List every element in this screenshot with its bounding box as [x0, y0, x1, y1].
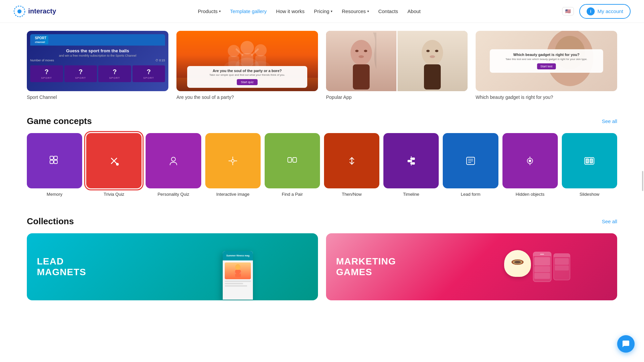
collection-marketing-games[interactable]: MARKETINGGAMES: [326, 233, 617, 300]
party-start-button[interactable]: Start quiz: [237, 79, 258, 85]
svg-point-14: [355, 50, 359, 52]
sport-card-label: Sport Channel: [27, 95, 168, 100]
logo-text: interacty: [28, 7, 56, 15]
svg-point-50: [411, 163, 412, 164]
svg-rect-27: [50, 156, 53, 160]
svg-point-18: [422, 40, 443, 65]
svg-point-49: [411, 160, 412, 162]
sport-cell-1: ? SPORT: [30, 65, 63, 82]
nav-contacts[interactable]: Contacts: [378, 8, 398, 14]
game-card-personality-label: Personality Quiz: [158, 192, 190, 197]
svg-point-35: [231, 160, 234, 162]
svg-point-20: [435, 50, 438, 52]
game-card-thennow[interactable]: Then/Now: [324, 133, 379, 197]
svg-rect-29: [50, 160, 53, 164]
svg-rect-60: [586, 159, 589, 163]
sport-card-title: Guess the sport from the balls: [66, 48, 129, 53]
game-card-interactive-label: Interactive image: [216, 192, 250, 197]
featured-card-sport[interactable]: SPORTchannel Guess the sport from the ba…: [27, 31, 168, 100]
game-concepts-title: Game concepts: [27, 116, 92, 126]
moves-label: Number of moves: [30, 59, 54, 62]
featured-row: SPORTchannel Guess the sport from the ba…: [27, 23, 617, 111]
game-card-slideshow-label: Slideshow: [580, 192, 599, 197]
sport-cell-3: ? SPORT: [98, 65, 131, 82]
game-card-trivia[interactable]: Trivia Quiz: [86, 133, 142, 197]
nav-resources[interactable]: Resources ▾: [342, 8, 369, 14]
navbar: interacty Products ▾ Template gallery Ho…: [0, 0, 644, 23]
timer: ⏱ 0:15: [155, 59, 165, 62]
nav-links: Products ▾ Template gallery How it works…: [198, 8, 421, 14]
party-subtitle: Take our simple quiz and find out what y…: [191, 73, 304, 76]
svg-rect-22: [424, 64, 441, 89]
nav-template-gallery[interactable]: Template gallery: [230, 8, 267, 14]
svg-point-33: [116, 163, 119, 166]
svg-point-34: [171, 157, 175, 161]
sport-cell-4: ? SPORT: [132, 65, 165, 82]
sport-channel-badge: SPORTchannel: [33, 36, 48, 44]
featured-card-popular[interactable]: Popular App: [326, 31, 468, 100]
scrollbar[interactable]: [642, 171, 643, 191]
svg-rect-45: [412, 158, 415, 160]
svg-rect-40: [288, 158, 291, 162]
game-card-memory-label: Memory: [47, 192, 62, 197]
game-card-trivia-label: Trivia Quiz: [104, 192, 124, 197]
svg-point-1: [17, 9, 21, 13]
svg-rect-17: [353, 64, 370, 89]
collections-title: Collections: [27, 216, 74, 227]
game-concepts-see-all[interactable]: See all: [602, 118, 617, 124]
party-card-label: Are you the soul of a party?: [176, 95, 318, 100]
svg-rect-28: [54, 156, 57, 160]
featured-card-party[interactable]: Are you the soul of the party or a bore?…: [176, 31, 318, 100]
svg-point-48: [411, 158, 412, 159]
game-card-slideshow[interactable]: Slideshow: [562, 133, 617, 197]
collection-lead-magnets[interactable]: LEADMAGNETS Summer fitness mag: [27, 233, 318, 300]
svg-rect-41: [293, 158, 297, 162]
nav-right: 🇺🇸 i My account: [562, 4, 631, 19]
logo[interactable]: interacty: [13, 5, 56, 17]
nav-about[interactable]: About: [408, 8, 421, 14]
game-card-hidden[interactable]: Hidden objects: [502, 133, 558, 197]
featured-card-beauty[interactable]: Which beauty gadget is right for you? Ta…: [476, 31, 617, 100]
popular-card-label: Popular App: [326, 95, 468, 100]
party-question: Are you the soul of the party or a bore?: [191, 69, 304, 73]
collection-marketing-text: MARKETINGGAMES: [336, 256, 396, 278]
collection-lead-img: Summer fitness mag: [158, 233, 318, 300]
sport-cell-2: ? SPORT: [64, 65, 97, 82]
chevron-down-icon-resources: ▾: [367, 9, 369, 13]
collections-row: LEADMAGNETS Summer fitness mag: [27, 233, 617, 300]
game-card-leadform[interactable]: Lead form: [443, 133, 498, 197]
beauty-subtitle: Take this test and see which beauty gadg…: [494, 58, 598, 61]
collection-marketing-img: [457, 233, 617, 300]
game-card-findpair[interactable]: Find a Pair: [265, 133, 320, 197]
game-card-timeline[interactable]: Timeline: [383, 133, 439, 197]
chevron-down-icon: ▾: [219, 9, 221, 13]
language-selector[interactable]: 🇺🇸: [562, 7, 574, 15]
svg-point-15: [364, 50, 367, 52]
svg-point-13: [351, 40, 372, 65]
chevron-down-icon-pricing: ▾: [331, 9, 332, 13]
collections-see-all[interactable]: See all: [602, 219, 617, 224]
game-card-personality[interactable]: Personality Quiz: [146, 133, 201, 197]
game-card-findpair-label: Find a Pair: [282, 192, 303, 197]
svg-rect-47: [412, 163, 415, 164]
nav-how-it-works[interactable]: How it works: [276, 8, 305, 14]
game-card-interactive[interactable]: Interactive image: [205, 133, 261, 197]
svg-point-68: [514, 261, 521, 263]
game-card-timeline-label: Timeline: [403, 192, 419, 197]
game-card-hidden-label: Hidden objects: [516, 192, 544, 197]
sport-card-sub: and win a free monthly subscription to t…: [59, 54, 137, 57]
my-account-button[interactable]: i My account: [579, 4, 631, 19]
nav-pricing[interactable]: Pricing ▾: [314, 8, 332, 14]
account-avatar: i: [587, 7, 595, 15]
svg-point-56: [529, 160, 531, 162]
game-cards-row: Memory Trivia Quiz Personality Quiz: [27, 133, 617, 197]
nav-products[interactable]: Products ▾: [198, 8, 221, 14]
beauty-question: Which beauty gadget is right for you?: [494, 53, 598, 57]
game-card-thennow-label: Then/Now: [342, 192, 362, 197]
svg-point-21: [430, 55, 435, 58]
game-card-memory[interactable]: Memory: [27, 133, 82, 197]
beauty-card-label: Which beauty gadget is right for you?: [476, 95, 617, 100]
flag-icon: 🇺🇸: [565, 9, 571, 14]
game-concepts-section: Game concepts See all Memory Trivia Quiz: [27, 111, 617, 211]
beauty-start-button[interactable]: Start test: [537, 63, 556, 69]
